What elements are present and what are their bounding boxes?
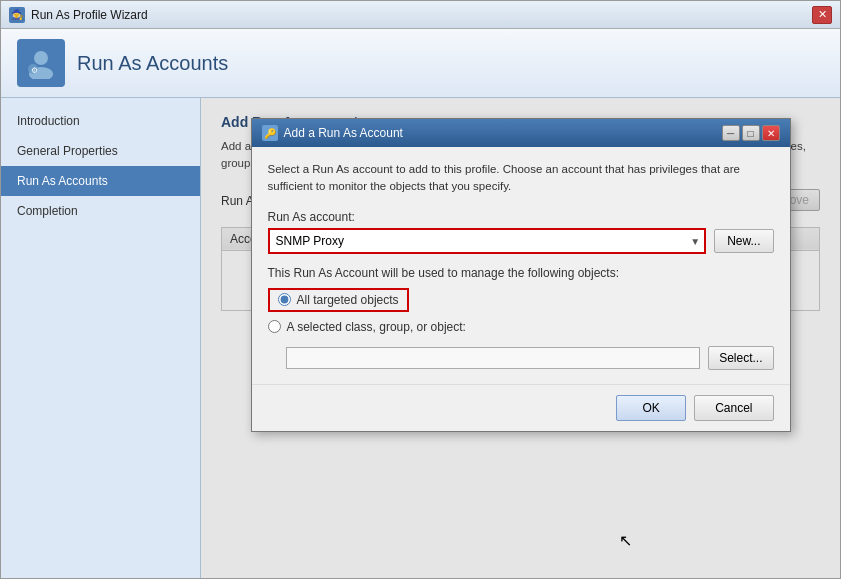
sidebar-item-completion[interactable]: Completion <box>1 196 200 226</box>
select-object-button[interactable]: Select... <box>708 346 773 370</box>
sidebar-item-introduction[interactable]: Introduction <box>1 106 200 136</box>
selected-class-row: A selected class, group, or object: <box>268 320 774 334</box>
window-close-button[interactable]: ✕ <box>812 6 832 24</box>
objects-section: This Run As Account will be used to mana… <box>268 266 774 370</box>
all-targeted-label: All targeted objects <box>297 293 399 307</box>
account-select-wrapper: SNMP Proxy ▼ <box>268 228 707 254</box>
dialog-desc: Select a Run As account to add to this p… <box>268 161 774 196</box>
dialog-icon: 🔑 <box>262 125 278 141</box>
title-bar-left: 🧙 Run As Profile Wizard <box>9 7 148 23</box>
dialog-controls: ─ □ ✕ <box>722 125 780 141</box>
svg-text:⚙: ⚙ <box>31 66 38 75</box>
selected-class-radio[interactable] <box>268 320 281 333</box>
wizard-icon: 🧙 <box>9 7 25 23</box>
svg-point-0 <box>34 51 48 65</box>
ok-button[interactable]: OK <box>616 395 686 421</box>
title-bar: 🧙 Run As Profile Wizard ✕ <box>1 1 840 29</box>
dialog-footer: OK Cancel <box>252 384 790 431</box>
sidebar-item-general-properties[interactable]: General Properties <box>1 136 200 166</box>
all-targeted-highlight: All targeted objects <box>268 288 409 312</box>
selected-class-label: A selected class, group, or object: <box>287 320 466 334</box>
right-panel: Add Run As accounts Add a Run As account… <box>201 98 840 578</box>
window-header: ⚙ Run As Accounts <box>1 29 840 98</box>
selected-input-row: Select... <box>268 346 774 370</box>
add-run-as-account-dialog: 🔑 Add a Run As Account ─ □ ✕ Select a Ru… <box>251 118 791 432</box>
window-body: Introduction General Properties Run As A… <box>1 98 840 578</box>
radio-group: All targeted objects A selected class, g… <box>268 288 774 370</box>
header-icon: ⚙ <box>17 39 65 87</box>
all-targeted-row: All targeted objects <box>268 288 774 312</box>
cancel-button[interactable]: Cancel <box>694 395 773 421</box>
dialog-title: Add a Run As Account <box>284 126 403 140</box>
window-title: Run As Profile Wizard <box>31 8 148 22</box>
account-input-row: SNMP Proxy ▼ New... <box>268 228 774 254</box>
sidebar-item-run-as-accounts[interactable]: Run As Accounts <box>1 166 200 196</box>
dialog-title-left: 🔑 Add a Run As Account <box>262 125 403 141</box>
sidebar: Introduction General Properties Run As A… <box>1 98 201 578</box>
account-select[interactable]: SNMP Proxy <box>270 230 705 252</box>
dialog-minimize-button[interactable]: ─ <box>722 125 740 141</box>
selected-class-input[interactable] <box>286 347 701 369</box>
dialog-content: Select a Run As account to add to this p… <box>252 147 790 384</box>
dialog-title-bar: 🔑 Add a Run As Account ─ □ ✕ <box>252 119 790 147</box>
dialog-overlay: 🔑 Add a Run As Account ─ □ ✕ Select a Ru… <box>201 98 840 578</box>
new-button[interactable]: New... <box>714 229 773 253</box>
all-targeted-radio[interactable] <box>278 293 291 306</box>
account-label: Run As account: <box>268 210 774 224</box>
dialog-restore-button[interactable]: □ <box>742 125 760 141</box>
objects-label: This Run As Account will be used to mana… <box>268 266 774 280</box>
header-title: Run As Accounts <box>77 52 228 75</box>
main-window: 🧙 Run As Profile Wizard ✕ ⚙ Run As Accou… <box>0 0 841 579</box>
account-form-row: Run As account: SNMP Proxy ▼ New... <box>268 210 774 254</box>
dialog-close-button[interactable]: ✕ <box>762 125 780 141</box>
